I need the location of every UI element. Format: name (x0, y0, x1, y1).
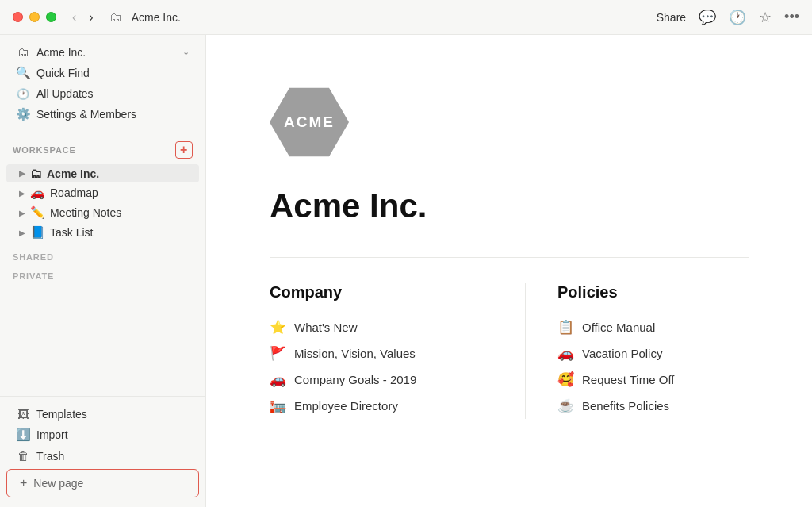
sidebar-item-settings[interactable]: ⚙️ Settings & Members (6, 104, 199, 125)
car2-icon: 🚗 (557, 345, 574, 362)
traffic-lights (13, 12, 56, 22)
workspace-tree: ▶ 🗂 Acme Inc. ▶ 🚗 Roadmap ▶ ✏️ Meeting N… (0, 162, 205, 244)
clock-icon: 🕐 (16, 88, 30, 100)
tree-item-roadmap[interactable]: ▶ 🚗 Roadmap (6, 183, 199, 202)
content-columns: Company ⭐ What's New 🚩 Mission, Vision, … (270, 257, 749, 419)
link-whats-new[interactable]: ⭐ What's New (270, 314, 493, 340)
new-page-label: New page (33, 477, 83, 490)
sidebar-item-quick-find[interactable]: 🔍 Quick Find (6, 63, 199, 83)
toggle-icon[interactable]: ▶ (16, 226, 29, 239)
maximize-button[interactable] (46, 12, 56, 22)
main-layout: 🗂 Acme Inc. ⌄ 🔍 Quick Find 🕐 All Updates… (0, 35, 812, 507)
page-title: Acme Inc. (132, 11, 181, 24)
nav-controls: ‹ › 🗂 Acme Inc. (69, 9, 181, 26)
plus-icon: + (20, 476, 27, 490)
import-label: Import (36, 428, 190, 441)
workspace-label: Acme Inc. (36, 46, 179, 59)
logo-text: ACME (284, 113, 335, 131)
main-content: ACME Acme Inc. Company ⭐ What's New 🚩 Mi… (206, 35, 812, 507)
link-company-goals[interactable]: 🚗 Company Goals - 2019 (270, 367, 493, 393)
toggle-icon[interactable]: ▶ (16, 206, 29, 219)
policies-links: 📋 Office Manual 🚗 Vacation Policy 🥰 Requ… (557, 314, 749, 419)
whats-new-label: What's New (294, 321, 358, 334)
task-list-icon: 📘 (30, 225, 45, 240)
tree-item-meeting-notes[interactable]: ▶ ✏️ Meeting Notes (6, 203, 199, 222)
page-icon: 🗂 (109, 10, 122, 25)
meeting-notes-label: Meeting Notes (50, 206, 121, 219)
page-heading: Acme Inc. (270, 187, 749, 225)
policies-column: Policies 📋 Office Manual 🚗 Vacation Poli… (525, 283, 749, 419)
quick-find-label: Quick Find (36, 67, 190, 79)
link-vacation-policy[interactable]: 🚗 Vacation Policy (557, 340, 749, 367)
vacation-policy-label: Vacation Policy (582, 347, 662, 360)
tree-item-acme-inc[interactable]: ▶ 🗂 Acme Inc. (6, 164, 199, 182)
request-time-off-label: Request Time Off (582, 373, 674, 386)
tree-item-task-list[interactable]: ▶ 📘 Task List (6, 223, 199, 242)
task-list-label: Task List (50, 226, 93, 239)
link-office-manual[interactable]: 📋 Office Manual (557, 314, 749, 340)
templates-icon: 🖼 (16, 407, 30, 421)
roadmap-label: Roadmap (50, 186, 98, 199)
sidebar-item-templates[interactable]: 🖼 Templates (6, 404, 199, 424)
link-benefits[interactable]: ☕ Benefits Policies (557, 393, 749, 419)
toggle-icon[interactable]: ▶ (16, 186, 29, 199)
employee-directory-label: Employee Directory (294, 399, 398, 413)
search-icon: 🔍 (16, 66, 30, 80)
building-icon: 🏣 (270, 398, 286, 414)
all-updates-label: All Updates (36, 87, 190, 100)
shared-section-label: SHARED (0, 244, 205, 263)
history-icon[interactable]: 🕐 (729, 9, 746, 26)
trash-label: Trash (36, 450, 190, 463)
sidebar-item-trash[interactable]: 🗑 Trash (6, 446, 199, 466)
sidebar-bottom: 🖼 Templates ⬇️ Import 🗑 Trash + New page… (0, 396, 205, 507)
star-icon: ⭐ (270, 319, 286, 336)
share-button[interactable]: Share (657, 11, 686, 24)
sidebar-item-import[interactable]: ⬇️ Import (6, 424, 199, 445)
benefits-label: Benefits Policies (582, 399, 669, 413)
flag-icon: 🚩 (270, 345, 286, 362)
titlebar: ‹ › 🗂 Acme Inc. Share 💬 🕐 ☆ ••• (0, 0, 812, 35)
mission-label: Mission, Vision, Values (294, 347, 416, 360)
link-employee-directory[interactable]: 🏣 Employee Directory (270, 393, 493, 419)
comment-icon[interactable]: 💬 (699, 9, 716, 26)
company-column: Company ⭐ What's New 🚩 Mission, Vision, … (270, 283, 493, 419)
back-button[interactable]: ‹ (69, 9, 79, 26)
sidebar-top: 🗂 Acme Inc. ⌄ 🔍 Quick Find 🕐 All Updates… (0, 35, 205, 132)
coffee-icon: ☕ (557, 398, 574, 414)
sidebar-item-workspace-switcher[interactable]: 🗂 Acme Inc. ⌄ (6, 42, 199, 62)
company-heading: Company (270, 283, 493, 302)
new-page-button[interactable]: + New page ← (6, 469, 199, 497)
templates-label: Templates (36, 408, 190, 421)
favorite-icon[interactable]: ☆ (759, 9, 772, 26)
minimize-button[interactable] (29, 12, 40, 22)
meeting-notes-icon: ✏️ (30, 205, 45, 220)
gear-icon: ⚙️ (16, 107, 30, 121)
close-button[interactable] (13, 12, 23, 22)
clipboard-icon: 📋 (557, 319, 574, 336)
workspace-icon: 🗂 (16, 45, 30, 59)
company-links: ⭐ What's New 🚩 Mission, Vision, Values 🚗… (270, 314, 493, 419)
add-page-button[interactable]: + ← (175, 141, 193, 159)
sidebar-item-all-updates[interactable]: 🕐 All Updates (6, 84, 199, 103)
company-goals-label: Company Goals - 2019 (294, 373, 416, 386)
chevron-down-icon: ⌄ (182, 47, 190, 57)
more-icon[interactable]: ••• (784, 9, 799, 25)
roadmap-icon: 🚗 (30, 186, 45, 200)
link-request-time-off[interactable]: 🥰 Request Time Off (557, 367, 749, 393)
settings-label: Settings & Members (36, 108, 190, 121)
toggle-icon[interactable]: ▶ (16, 167, 29, 180)
private-section-label: PRIVATE (0, 263, 205, 282)
car-icon: 🚗 (270, 371, 286, 388)
acme-icon: 🗂 (30, 167, 42, 180)
page-logo-container: ACME (270, 83, 749, 162)
acme-label: Acme Inc. (47, 167, 99, 180)
forward-button[interactable]: › (86, 9, 96, 26)
emoji-icon: 🥰 (557, 371, 574, 388)
titlebar-right: Share 💬 🕐 ☆ ••• (657, 9, 799, 26)
workspace-section-label: WORKSPACE + ← (0, 132, 205, 162)
import-icon: ⬇️ (16, 428, 30, 442)
office-manual-label: Office Manual (582, 321, 655, 334)
link-mission[interactable]: 🚩 Mission, Vision, Values (270, 340, 493, 367)
sidebar: 🗂 Acme Inc. ⌄ 🔍 Quick Find 🕐 All Updates… (0, 35, 206, 507)
policies-heading: Policies (557, 283, 749, 302)
